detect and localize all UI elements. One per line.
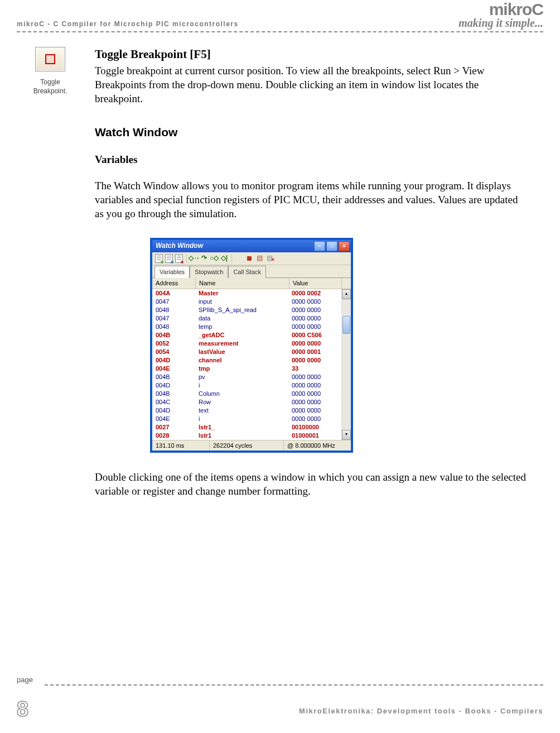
cell-address: 0028 bbox=[152, 432, 195, 440]
scrollbar[interactable]: ▴ ▾ bbox=[341, 289, 351, 440]
table-row[interactable]: 0047input0000 0000 bbox=[152, 298, 341, 306]
scroll-up-icon[interactable]: ▴ bbox=[342, 289, 351, 299]
after-paragraph: Double clicking one of the items opens a… bbox=[95, 470, 527, 498]
logo-text: mikroC bbox=[458, 0, 543, 19]
toggle-breakpoint-paragraph: Toggle breakpoint at current cursor posi… bbox=[95, 64, 527, 106]
cell-address: 004E bbox=[152, 415, 195, 423]
status-cycles: 262204 cycles bbox=[210, 440, 284, 451]
header-left-text: mikroC - C Compiler for Microchip PIC mi… bbox=[17, 20, 239, 28]
column-value[interactable]: Value bbox=[289, 278, 342, 289]
window-toolbar: ◇→ ↷ ○◇ ◇| ▤ ▤× bbox=[152, 252, 351, 265]
table-row[interactable]: 0048SPIlib_S_A_spi_read0000 0000 bbox=[152, 306, 341, 314]
table-row[interactable]: 004BColumn0000 0000 bbox=[152, 390, 341, 398]
cell-address: 004B bbox=[152, 331, 195, 339]
toolbar-clear-icon[interactable]: ▤× bbox=[265, 254, 274, 263]
toggle-breakpoint-heading: Toggle Breakpoint [F5] bbox=[95, 47, 527, 63]
cell-value: 0000 0000 bbox=[288, 390, 341, 398]
table-row[interactable]: 0052measurement0000 0000 bbox=[152, 339, 341, 348]
cell-address: 004D bbox=[152, 406, 195, 415]
cell-address: 004E bbox=[152, 365, 195, 373]
cell-value: 0000 0000 bbox=[288, 406, 341, 415]
toolbar-step-out-icon[interactable]: ○◇ bbox=[210, 254, 219, 263]
cell-address: 004B bbox=[152, 390, 195, 398]
page-number: 8 bbox=[17, 698, 33, 720]
cell-name: lstr1 bbox=[195, 432, 288, 440]
cell-address: 004C bbox=[152, 398, 195, 406]
window-titlebar[interactable]: Watch Window − □ × bbox=[152, 240, 351, 252]
table-row[interactable]: 0028lstr101000001 bbox=[152, 432, 341, 440]
table-row[interactable]: 004Dchannel0000 0000 bbox=[152, 356, 341, 365]
table-row[interactable]: 004Bpv0000 0000 bbox=[152, 373, 341, 381]
watch-window-screenshot: Watch Window − □ × ◇→ ↷ ○◇ ◇| bbox=[151, 238, 353, 452]
main-content: Toggle Breakpoint [F5] Toggle breakpoint… bbox=[95, 47, 527, 512]
variables-heading: Variables bbox=[95, 152, 527, 166]
table-row[interactable]: 0047data0000 0000 bbox=[152, 314, 341, 323]
minimize-button[interactable]: − bbox=[314, 241, 325, 251]
table-row[interactable]: 0048temp0000 0000 bbox=[152, 323, 341, 331]
toolbar-stop-icon[interactable] bbox=[245, 254, 254, 263]
toolbar-copy-icon[interactable] bbox=[165, 254, 173, 263]
toolbar-run-to-icon[interactable]: ◇| bbox=[220, 254, 229, 263]
table-row[interactable]: 0027lstr1_00100000 bbox=[152, 423, 341, 432]
window-tabs: Variables Stopwatch Call Stack bbox=[152, 265, 351, 277]
toolbar-new-icon[interactable] bbox=[155, 254, 163, 263]
cell-name: _getADC bbox=[195, 331, 288, 339]
variables-paragraph: The Watch Window allows you to monitor p… bbox=[95, 179, 527, 221]
cell-address: 0048 bbox=[152, 306, 195, 314]
tab-stopwatch[interactable]: Stopwatch bbox=[190, 266, 228, 278]
cell-value: 0000 0000 bbox=[288, 415, 341, 423]
cell-name: SPIlib_S_A_spi_read bbox=[195, 306, 288, 314]
table-row[interactable]: 004B_getADC0000 C506 bbox=[152, 331, 341, 339]
cell-address: 0048 bbox=[152, 323, 195, 331]
scroll-track[interactable] bbox=[342, 299, 351, 430]
cell-value: 33 bbox=[288, 365, 341, 373]
sidebar: Toggle Breakpoint. bbox=[17, 47, 84, 512]
cell-name: lstr1_ bbox=[195, 423, 288, 432]
cell-value: 0000 0000 bbox=[288, 298, 341, 306]
page-label: page bbox=[17, 675, 33, 684]
watch-window-heading: Watch Window bbox=[95, 124, 527, 140]
cell-name: measurement bbox=[195, 339, 288, 348]
tab-variables[interactable]: Variables bbox=[155, 266, 190, 278]
toolbar-separator bbox=[231, 254, 232, 263]
cell-value: 0000 0000 bbox=[288, 323, 341, 331]
cell-name: text bbox=[195, 406, 288, 415]
toolbar-delete-icon[interactable] bbox=[175, 254, 184, 263]
sidebar-caption-line2: Breakpoint. bbox=[33, 87, 67, 95]
table-row[interactable]: 004Dtext0000 0000 bbox=[152, 406, 341, 415]
tab-callstack[interactable]: Call Stack bbox=[228, 266, 266, 278]
cell-address: 0047 bbox=[152, 314, 195, 323]
cell-name: Master bbox=[195, 289, 288, 298]
scroll-down-icon[interactable]: ▾ bbox=[342, 430, 351, 440]
close-button[interactable]: × bbox=[339, 241, 350, 251]
table-row[interactable]: 0054lastValue0000 0001 bbox=[152, 348, 341, 356]
toolbar-step-into-icon[interactable]: ↷ bbox=[200, 254, 209, 263]
table-row[interactable]: 004Ei0000 0000 bbox=[152, 415, 341, 423]
cell-value: 00100000 bbox=[288, 423, 341, 432]
cell-address: 004B bbox=[152, 373, 195, 381]
tagline-text: making it simple... bbox=[458, 17, 543, 30]
maximize-button[interactable]: □ bbox=[326, 241, 337, 251]
scroll-thumb[interactable] bbox=[342, 316, 350, 334]
status-frequency: @ 8.000000 MHz bbox=[284, 440, 351, 451]
cell-name: Row bbox=[195, 398, 288, 406]
table-row[interactable]: 004Etmp33 bbox=[152, 365, 341, 373]
footer-divider bbox=[45, 684, 543, 686]
cell-value: 0000 0001 bbox=[288, 348, 341, 356]
toolbar-step-over-icon[interactable]: ◇→ bbox=[190, 254, 199, 263]
cell-address: 0047 bbox=[152, 298, 195, 306]
sidebar-caption-line1: Toggle bbox=[40, 78, 60, 86]
toggle-breakpoint-icon bbox=[35, 47, 65, 71]
column-name[interactable]: Name bbox=[196, 278, 289, 289]
column-headers: Address Name Value bbox=[152, 277, 351, 289]
cell-address: 004D bbox=[152, 381, 195, 390]
column-address[interactable]: Address bbox=[152, 278, 196, 289]
cell-address: 0027 bbox=[152, 423, 195, 432]
cell-name: i bbox=[195, 415, 288, 423]
table-row[interactable]: 004AMaster0000 0002 bbox=[152, 289, 341, 298]
table-row[interactable]: 004CRow0000 0000 bbox=[152, 398, 341, 406]
toolbar-list-icon[interactable]: ▤ bbox=[255, 254, 264, 263]
cell-name: i bbox=[195, 381, 288, 390]
cell-value: 0000 0002 bbox=[288, 289, 341, 298]
table-row[interactable]: 004Di0000 0000 bbox=[152, 381, 341, 390]
